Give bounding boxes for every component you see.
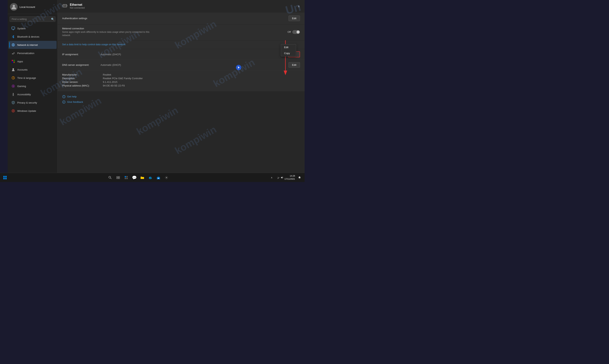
user-name: Local Account (20, 6, 35, 8)
feedback-icon (62, 100, 65, 104)
info-val-driver: 9.1.411.2015 (103, 80, 117, 83)
search-input[interactable] (10, 16, 55, 22)
search-icon-btn[interactable]: 🔍 (51, 18, 54, 21)
taskbar: 💬 (0, 173, 305, 182)
svg-point-40 (109, 176, 111, 178)
get-help-link[interactable]: ? Get help (62, 95, 300, 98)
personalization-icon (11, 51, 15, 55)
settings-window: Local Account 🔍 System (8, 0, 305, 182)
svg-point-54 (278, 178, 278, 179)
svg-rect-39 (5, 178, 7, 179)
taskbar-store[interactable] (155, 174, 162, 181)
metered-label: Metered connection (62, 27, 287, 30)
info-key-mac: Physical address (MAC): (62, 84, 101, 87)
taskbar-notification[interactable] (296, 174, 303, 181)
sidebar-item-network[interactable]: Network & internet (8, 41, 57, 49)
network-icon (11, 43, 15, 47)
sidebar-item-bluetooth[interactable]: Bluetooth & devices (8, 33, 57, 41)
svg-rect-1 (12, 27, 15, 29)
sidebar-item-system[interactable]: System (8, 24, 57, 32)
ethernet-icon (62, 4, 67, 9)
give-feedback-text: Give feedback (67, 101, 83, 103)
ip-label: IP assignment: (62, 53, 101, 56)
auth-label: Authentication settings (62, 17, 288, 20)
ip-assignment-row: IP assignment: Automatic (DHCP) Edit (58, 49, 305, 60)
data-limit-link[interactable]: Set a data limit to help control data us… (62, 43, 125, 46)
privacy-icon (11, 101, 15, 105)
info-val-manufacturer: Realtek (103, 73, 111, 76)
sidebar-item-gaming[interactable]: Gaming (8, 82, 57, 90)
collapse-button[interactable]: ∧ (298, 4, 300, 8)
info-key-description: Description: (62, 77, 101, 80)
svg-line-5 (12, 37, 13, 38)
taskbar-search[interactable] (107, 174, 114, 181)
sidebar-item-accounts[interactable]: Accounts (8, 65, 57, 74)
ip-value: Automatic (DHCP) (101, 53, 288, 56)
sidebar-item-label: Apps (17, 60, 23, 63)
sidebar-item-personalization[interactable]: Personalization (8, 49, 57, 57)
svg-rect-38 (3, 178, 5, 179)
start-button[interactable] (1, 174, 8, 181)
taskbar-settings-icon[interactable] (163, 174, 170, 181)
ethernet-title: Ethernet (70, 3, 85, 7)
svg-rect-52 (158, 178, 159, 179)
dns-edit-button[interactable]: Edit (288, 62, 300, 68)
info-val-description: Realtek PCIe GbE Family Controller (103, 77, 143, 80)
svg-point-12 (13, 68, 14, 70)
svg-rect-8 (12, 60, 13, 61)
auth-edit-button[interactable]: Edit (288, 15, 300, 21)
sidebar-item-update[interactable]: Windows Update (8, 107, 57, 115)
svg-rect-45 (118, 178, 120, 179)
taskbar-tray-expand[interactable]: ∧ (268, 174, 275, 181)
bluetooth-icon (11, 35, 15, 39)
svg-point-18 (13, 93, 14, 94)
gaming-icon (11, 84, 15, 88)
taskbar-taskview[interactable] (115, 174, 122, 181)
sidebar-item-label: Accounts (17, 68, 27, 71)
svg-rect-49 (126, 178, 128, 179)
taskbar-clock[interactable]: 14:28 17/11/2021 (285, 175, 295, 181)
svg-text:?: ? (63, 96, 65, 98)
sidebar: Local Account 🔍 System (8, 0, 58, 182)
svg-line-15 (13, 78, 14, 78)
taskbar-chat[interactable]: 💬 (131, 174, 138, 181)
svg-point-17 (13, 86, 14, 87)
avatar (10, 3, 18, 11)
apps-icon (11, 59, 15, 64)
sidebar-item-label: Windows Update (17, 109, 36, 112)
svg-rect-37 (5, 176, 7, 177)
help-section: ? Get help Give feedback (58, 91, 305, 108)
dns-label: DNS server assignment: (62, 64, 101, 66)
device-info-section: Manufacturer: Realtek Description: Realt… (58, 70, 305, 91)
svg-point-53 (166, 177, 167, 178)
sidebar-item-label: Gaming (17, 85, 26, 88)
svg-rect-44 (117, 178, 118, 179)
metered-toggle[interactable] (292, 30, 300, 34)
info-row-description: Description: Realtek PCIe GbE Family Con… (62, 77, 300, 80)
taskbar-center: 💬 (8, 174, 268, 181)
taskbar-explorer[interactable] (139, 174, 146, 181)
help-icon: ? (62, 95, 65, 98)
sidebar-item-apps[interactable]: Apps (8, 57, 57, 65)
context-menu-copy[interactable]: Copy (281, 50, 296, 56)
sidebar-item-accessibility[interactable]: Accessibility (8, 90, 57, 98)
taskbar-widgets[interactable] (123, 174, 130, 181)
dns-value: Automatic (DHCP) (101, 64, 288, 66)
svg-rect-46 (125, 176, 126, 177)
taskbar-edge[interactable] (147, 174, 154, 181)
svg-rect-9 (13, 60, 15, 61)
context-menu-edit[interactable]: Edit (281, 44, 296, 50)
sidebar-item-time[interactable]: Time & language (8, 74, 57, 82)
ethernet-title-group: Ethernet Not connected (62, 3, 85, 9)
svg-rect-47 (126, 176, 128, 177)
give-feedback-link[interactable]: Give feedback (62, 100, 300, 104)
data-limit-row: Set a data limit to help control data us… (58, 40, 305, 49)
info-key-manufacturer: Manufacturer: (62, 73, 101, 76)
taskbar-network-icon (276, 176, 279, 179)
metered-desc: Some apps might work differently to redu… (62, 30, 158, 37)
taskbar-date-display: 17/11/2021 (285, 178, 295, 181)
sidebar-item-label: Personalization (17, 52, 34, 55)
ethernet-status: Not connected (70, 7, 85, 9)
sidebar-item-privacy[interactable]: Privacy & security (8, 99, 57, 107)
toggle-label: Off (287, 30, 291, 33)
